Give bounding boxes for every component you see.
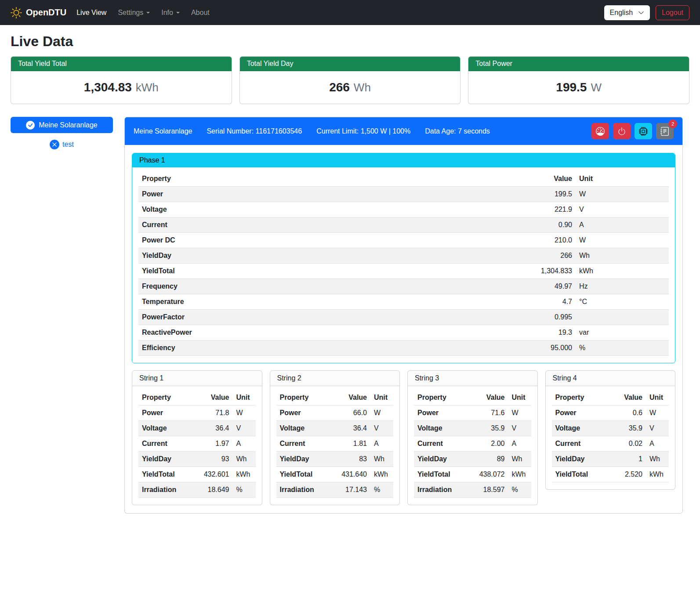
- chevron-down-icon: [638, 10, 644, 16]
- nav-items: Live ViewSettingsInfoAbout: [71, 5, 215, 20]
- language-label: English: [610, 9, 633, 17]
- nav-item-about[interactable]: About: [185, 5, 215, 20]
- navbar: OpenDTU Live ViewSettingsInfoAbout Engli…: [0, 0, 700, 25]
- nav-item-settings[interactable]: Settings: [112, 5, 156, 20]
- table-header-row: PropertyValueUnit: [276, 390, 394, 405]
- table-row: Power71.8W: [138, 405, 256, 421]
- table-row: Current0.02A: [552, 436, 669, 452]
- table-header-row: PropertyValueUnit: [414, 390, 531, 405]
- table-row: Voltage35.9V: [414, 421, 531, 436]
- table-row: Voltage36.4V: [276, 421, 394, 436]
- table-row: Power199.5W: [138, 187, 669, 202]
- table-row: Current1.97A: [138, 436, 256, 452]
- summary-card-title: Total Yield Day: [240, 57, 461, 71]
- summary-unit: kWh: [136, 81, 159, 94]
- table-row: Power0.6W: [552, 405, 669, 421]
- inverter-limit: Current Limit: 1,500 W | 100%: [316, 127, 410, 135]
- page-title: Live Data: [11, 33, 689, 50]
- journal-icon: [660, 127, 669, 136]
- summary-value: 1,304.83: [84, 80, 132, 94]
- table-row: Voltage35.9V: [552, 421, 669, 436]
- table-row: YieldTotal2.520kWh: [552, 467, 669, 482]
- sun-icon: [11, 7, 22, 18]
- inverter-sidebar: Meine Solaranlage test: [11, 117, 113, 149]
- string-card-title: String 2: [270, 371, 400, 386]
- speedometer-icon: [596, 127, 605, 136]
- table-row: Irradiation18.597%: [414, 482, 531, 498]
- table-row: Power66.0W: [276, 405, 394, 421]
- string-card-3: String 3PropertyValueUnitPower71.6WVolta…: [407, 370, 538, 505]
- phase-table-container: PropertyValueUnitPower199.5WVoltage221.9…: [132, 167, 675, 363]
- event-count-badge: 2: [668, 119, 677, 128]
- brand-label: OpenDTU: [26, 7, 66, 18]
- logout-button[interactable]: Logout: [656, 5, 689, 20]
- summary-row: Total Yield Total1,304.83kWhTotal Yield …: [11, 56, 689, 104]
- table-header-row: PropertyValueUnit: [138, 171, 669, 187]
- data-table: PropertyValueUnitPower199.5WVoltage221.9…: [138, 171, 669, 356]
- table-row: Efficiency95.000%: [138, 340, 669, 356]
- string-card-2: String 2PropertyValueUnitPower66.0WVolta…: [270, 370, 400, 505]
- inverter-data-age: Data Age: 7 seconds: [425, 127, 490, 135]
- table-row: Irradiation18.649%: [138, 482, 256, 498]
- summary-unit: Wh: [354, 81, 371, 94]
- inverter-card: Meine Solaranlage Serial Number: 1161716…: [124, 117, 683, 514]
- table-row: Power71.6W: [414, 405, 531, 421]
- device-info-button[interactable]: [635, 123, 652, 139]
- table-row: YieldTotal431.640kWh: [276, 467, 394, 482]
- inverter-item-test[interactable]: test: [11, 140, 113, 149]
- inverter-name: Meine Solaranlage: [134, 127, 192, 135]
- table-row: YieldTotal1,304.833kWh: [138, 264, 669, 279]
- event-log-button[interactable]: 2: [656, 123, 674, 139]
- summary-unit: W: [591, 81, 602, 94]
- inverter-select-label: Meine Solaranlage: [39, 121, 97, 129]
- data-table: PropertyValueUnitPower71.6WVoltage35.9VC…: [414, 390, 531, 498]
- summary-card-title: Total Power: [468, 57, 689, 71]
- brand[interactable]: OpenDTU: [11, 7, 66, 18]
- strings-row: String 1PropertyValueUnitPower71.8WVolta…: [132, 370, 675, 505]
- caret-down-icon: [176, 12, 180, 14]
- inverter-serial: Serial Number: 116171603546: [207, 127, 302, 135]
- table-header-row: PropertyValueUnit: [138, 390, 256, 405]
- limit-settings-button[interactable]: [591, 123, 609, 139]
- table-row: Temperature4.7°C: [138, 294, 669, 310]
- table-row: YieldDay89Wh: [414, 452, 531, 467]
- table-header-row: PropertyValueUnit: [552, 390, 669, 405]
- summary-card-total-yield-total: Total Yield Total1,304.83kWh: [11, 56, 232, 104]
- string-card-title: String 3: [408, 371, 537, 386]
- inverter-select-button[interactable]: Meine Solaranlage: [11, 117, 113, 133]
- nav-item-live-view[interactable]: Live View: [71, 5, 112, 20]
- string-card-title: String 1: [132, 371, 262, 386]
- table-row: YieldDay1Wh: [552, 452, 669, 467]
- table-row: Current0.90A: [138, 217, 669, 233]
- table-row: PowerFactor0.995: [138, 310, 669, 325]
- data-table: PropertyValueUnitPower0.6WVoltage35.9VCu…: [552, 390, 669, 482]
- power-toggle-button[interactable]: [613, 123, 631, 139]
- string-card-1: String 1PropertyValueUnitPower71.8WVolta…: [132, 370, 262, 505]
- summary-card-title: Total Yield Total: [11, 57, 232, 71]
- x-circle-icon[interactable]: [50, 140, 59, 149]
- check-circle-icon: [26, 121, 35, 130]
- table-row: YieldDay83Wh: [276, 452, 394, 467]
- power-icon: [617, 127, 626, 136]
- phase-card: Phase 1 PropertyValueUnitPower199.5WVolt…: [132, 153, 675, 363]
- summary-card-total-yield-day: Total Yield Day266Wh: [239, 56, 461, 104]
- table-row: Irradiation17.143%: [276, 482, 394, 498]
- navbar-right: English Logout: [604, 5, 689, 20]
- phase-card-title: Phase 1: [132, 153, 675, 167]
- caret-down-icon: [146, 12, 150, 14]
- table-row: Voltage221.9V: [138, 202, 669, 217]
- summary-card-total-power: Total Power199.5W: [468, 56, 689, 104]
- language-select[interactable]: English: [604, 5, 650, 20]
- table-row: Voltage36.4V: [138, 421, 256, 436]
- inverter-meta: Meine Solaranlage Serial Number: 1161716…: [134, 127, 490, 135]
- nav-item-info[interactable]: Info: [156, 5, 185, 20]
- table-row: Current2.00A: [414, 436, 531, 452]
- string-card-4: String 4PropertyValueUnitPower0.6WVoltag…: [545, 370, 676, 490]
- data-table: PropertyValueUnitPower66.0WVoltage36.4VC…: [276, 390, 394, 498]
- inverter-actions: 2: [591, 123, 674, 139]
- string-card-title: String 4: [546, 371, 675, 386]
- table-row: Current1.81A: [276, 436, 394, 452]
- table-row: YieldDay266Wh: [138, 248, 669, 264]
- inverter-card-header: Meine Solaranlage Serial Number: 1161716…: [125, 117, 682, 145]
- data-table: PropertyValueUnitPower71.8WVoltage36.4VC…: [138, 390, 256, 498]
